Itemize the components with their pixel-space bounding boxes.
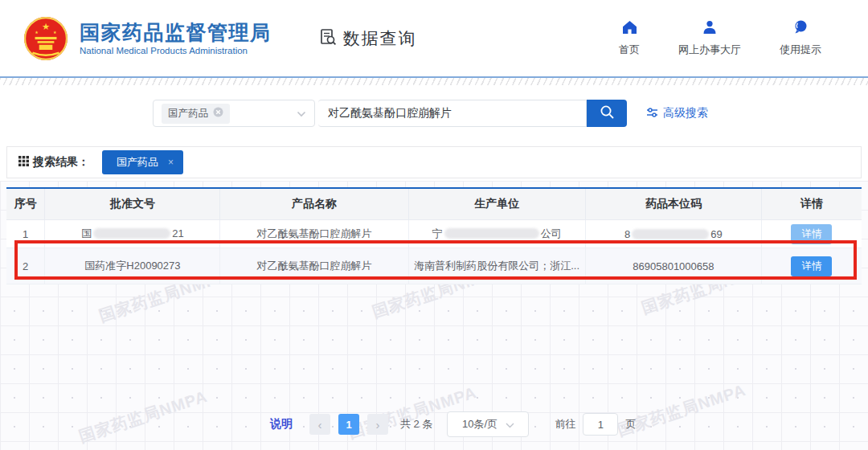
manufacturer-prefix: 宁: [432, 227, 443, 239]
redaction-blur: [93, 228, 170, 239]
watermark: 国家药监局NMPA: [76, 386, 211, 448]
org-title-block: 国家药品监督管理局 National Medical Products Admi…: [80, 21, 272, 56]
results-label: 搜索结果：: [18, 155, 89, 170]
col-product-name: 产品名称: [220, 188, 408, 220]
cell-index: 2: [6, 248, 45, 284]
category-select[interactable]: 国产药品: [153, 100, 315, 127]
results-bar: 搜索结果： 国产药品 ×: [6, 146, 862, 178]
home-icon: [621, 19, 638, 38]
col-manufacturer: 生产单位: [408, 188, 585, 220]
cell-index: 1: [6, 220, 45, 248]
page-unit-label: 页: [625, 417, 636, 432]
table-header-row: 序号 批准文号 产品名称 生产单位 药品本位码 详情: [6, 188, 862, 220]
chevron-down-icon: [506, 419, 514, 431]
cell-detail: 详情: [761, 248, 862, 284]
search-input[interactable]: [318, 100, 587, 127]
approval-prefix: 国: [81, 227, 92, 239]
approval-suffix: 21: [172, 227, 183, 239]
prev-page-button[interactable]: ‹: [309, 414, 330, 435]
svg-text:★: ★: [35, 29, 39, 34]
page-title: 数据查询: [318, 27, 417, 50]
tag-close-circle-icon[interactable]: [213, 107, 223, 120]
category-tag[interactable]: 国产药品: [162, 104, 230, 124]
nav-item-tips[interactable]: 使用提示: [780, 19, 821, 57]
goto-label: 前往: [555, 417, 575, 432]
search-button[interactable]: [587, 100, 627, 127]
redaction-blur: [632, 229, 709, 239]
search-icon: [600, 104, 615, 122]
hatch-stripe-divider: [0, 78, 868, 85]
category-tag-label: 国产药品: [168, 107, 208, 121]
chevron-down-icon: [297, 106, 306, 121]
page-title-text: 数据查询: [343, 27, 417, 50]
org-name-en: National Medical Products Administration: [80, 46, 272, 55]
current-page-button[interactable]: 1: [338, 414, 359, 435]
goto-page-input[interactable]: [583, 413, 618, 436]
nav-item-label: 使用提示: [780, 43, 821, 57]
data-query-icon: [318, 27, 338, 50]
page-size-value: 10条/页: [462, 417, 497, 432]
cell-drug-code: 869: [585, 220, 761, 248]
next-page-button[interactable]: ›: [367, 414, 388, 435]
cell-approval-number: 国药准字H20090273: [45, 248, 220, 284]
total-count-label: 共 2 条: [400, 417, 432, 432]
page-size-select[interactable]: 10条/页: [447, 411, 529, 437]
cell-approval-number: 国21: [45, 220, 220, 248]
filter-tag-close-icon[interactable]: ×: [168, 157, 174, 168]
cell-product-name: 对乙酰氨基酚口腔崩解片: [220, 220, 408, 248]
redaction-blur: [444, 228, 539, 239]
search-zone: 国产药品: [153, 100, 708, 127]
results-label-text: 搜索结果：: [33, 155, 89, 170]
pagination: 说明 ‹ 1 › 共 2 条 10条/页 前往 页: [270, 411, 636, 437]
svg-text:★: ★: [42, 21, 50, 31]
cell-manufacturer: 宁公司: [408, 220, 585, 248]
header-nav: 首页 网上办事大厅 使: [619, 19, 821, 57]
svg-text:★: ★: [53, 29, 57, 34]
detail-button[interactable]: 详情: [791, 256, 832, 276]
col-drug-code: 药品本位码: [585, 188, 761, 220]
goto-page-group: 前往 页: [555, 413, 636, 436]
note-link[interactable]: 说明: [270, 417, 293, 432]
user-icon: [702, 19, 718, 38]
cell-detail: 详情: [761, 220, 862, 248]
table-row: 1 国21 对乙酰氨基酚口腔崩解片 宁公司 869 详情: [6, 220, 862, 248]
cell-product-name: 对乙酰氨基酚口腔崩解片: [220, 248, 408, 284]
cell-drug-code: 86905801000658: [585, 248, 761, 284]
nav-item-home[interactable]: 首页: [619, 19, 640, 57]
table-row-highlighted: 2 国药准字H20090273 对乙酰氨基酚口腔崩解片 海南普利制药股份有限公司…: [6, 248, 862, 284]
cell-manufacturer: 海南普利制药股份有限公司；浙江...: [408, 248, 585, 284]
filter-tag-label: 国产药品: [117, 155, 158, 170]
manufacturer-suffix: 公司: [541, 227, 562, 239]
sliders-icon: [646, 107, 658, 121]
org-name-cn: 国家药品监督管理局: [80, 21, 272, 44]
nav-item-label: 首页: [619, 43, 640, 57]
nmpa-data-query-page: ★ ★ ★ 国家药品监督管理局 National Medical Product…: [0, 0, 868, 450]
grid-icon: [18, 156, 29, 169]
nav-item-service-hall[interactable]: 网上办事大厅: [678, 19, 741, 57]
col-approval-number: 批准文号: [45, 188, 220, 220]
nav-item-label: 网上办事大厅: [678, 43, 741, 57]
code-prefix: 8: [624, 228, 630, 240]
col-detail: 详情: [761, 188, 862, 220]
results-table: 序号 批准文号 产品名称 生产单位 药品本位码 详情 1 国21 对乙酰氨基酚口…: [6, 187, 862, 284]
nmpa-emblem-logo: ★ ★ ★: [23, 15, 69, 62]
bulb-icon: [792, 19, 809, 38]
detail-button[interactable]: 详情: [791, 224, 832, 244]
code-suffix: 69: [710, 228, 722, 240]
active-filter-tag[interactable]: 国产药品 ×: [102, 150, 183, 174]
advanced-search-link[interactable]: 高级搜索: [646, 106, 708, 121]
col-index: 序号: [6, 188, 45, 220]
header: ★ ★ ★ 国家药品监督管理局 National Medical Product…: [0, 0, 868, 76]
advanced-search-label: 高级搜索: [663, 106, 708, 121]
